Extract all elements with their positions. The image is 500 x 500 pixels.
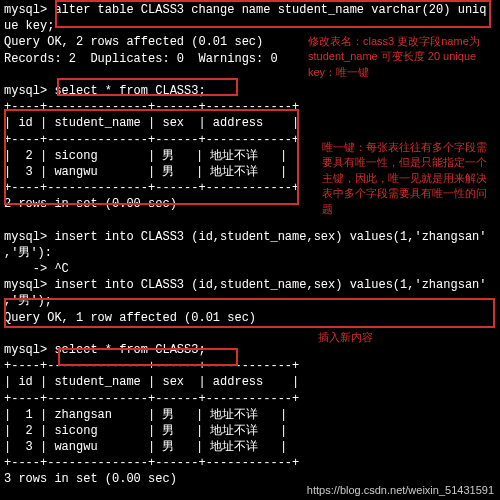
table2-sep-top: +----+--------------+------+------------… bbox=[4, 359, 299, 373]
table1-sep-bot: +----+--------------+------+------------… bbox=[4, 181, 299, 195]
line-rows2: 2 rows in set (0.00 sec) bbox=[4, 197, 177, 211]
watermark: https://blog.csdn.net/weixin_51431591 bbox=[307, 483, 494, 498]
table1-header: | id | student_name | sex | address | bbox=[4, 116, 299, 130]
table2-row-2: | 2 | sicong | 男 | 地址不详 | bbox=[4, 424, 287, 438]
table2-sep-mid: +----+--------------+------+------------… bbox=[4, 392, 299, 406]
table2-header: | id | student_name | sex | address | bbox=[4, 375, 299, 389]
table1-sep-top: +----+--------------+------+------------… bbox=[4, 100, 299, 114]
table1-sep-mid: +----+--------------+------+------------… bbox=[4, 133, 299, 147]
line-alter-2: ue key; bbox=[4, 19, 54, 33]
line-insert-2b: ,'男'); bbox=[4, 294, 52, 308]
line-select-2: mysql> select * from CLASS3; bbox=[4, 343, 206, 357]
table2-sep-bot: +----+--------------+------+------------… bbox=[4, 456, 299, 470]
line-insert-1b: ,'男'): bbox=[4, 246, 52, 260]
table2-row-1: | 1 | zhangsan | 男 | 地址不详 | bbox=[4, 408, 287, 422]
annotation-alter-table: 修改表名：class3 更改字段name为 student_name 可变长度 … bbox=[308, 34, 488, 80]
table2-row-3: | 3 | wangwu | 男 | 地址不详 | bbox=[4, 440, 287, 454]
line-select-1: mysql> select * from CLASS3; bbox=[4, 84, 206, 98]
line-queryok-1row: Query OK, 1 row affected (0.01 sec) bbox=[4, 311, 256, 325]
line-ctrl-c: -> ^C bbox=[4, 262, 69, 276]
table1-row-2: | 3 | wangwu | 男 | 地址不详 | bbox=[4, 165, 287, 179]
line-queryok-2rows: Query OK, 2 rows affected (0.01 sec) bbox=[4, 35, 263, 49]
annotation-unique-key: 唯一键：每张表往往有多个字段需要具有唯一性，但是只能指定一个主键，因此，唯一见就… bbox=[322, 140, 497, 217]
line-rows3: 3 rows in set (0.00 sec) bbox=[4, 472, 177, 486]
line-insert-2a: mysql> insert into CLASS3 (id,student_na… bbox=[4, 278, 486, 292]
line-records: Records: 2 Duplicates: 0 Warnings: 0 bbox=[4, 52, 278, 66]
line-alter-1: mysql> alter table CLASS3 change name st… bbox=[4, 3, 486, 17]
table1-row-1: | 2 | sicong | 男 | 地址不详 | bbox=[4, 149, 287, 163]
annotation-insert: 插入新内容 bbox=[318, 330, 468, 345]
line-insert-1a: mysql> insert into CLASS3 (id,student_na… bbox=[4, 230, 486, 244]
